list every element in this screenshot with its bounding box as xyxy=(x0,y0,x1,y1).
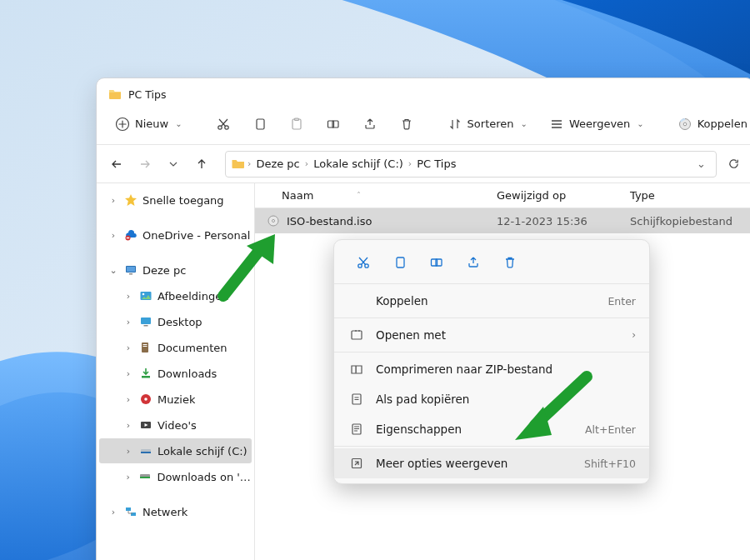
sidebar-item-label: Deze pc xyxy=(142,264,186,277)
file-name: ISO-bestand.iso xyxy=(287,215,372,228)
delete-button[interactable] xyxy=(496,250,524,275)
svg-point-25 xyxy=(144,398,148,401)
recent-button[interactable] xyxy=(162,152,185,176)
context-item-openwith[interactable]: Openen met › xyxy=(334,320,649,350)
sort-icon xyxy=(448,117,462,132)
rename-button[interactable] xyxy=(422,250,451,275)
breadcrumb[interactable]: PC Tips xyxy=(413,158,459,170)
context-item-compress[interactable]: Comprimeren naar ZIP-bestand xyxy=(334,354,649,384)
context-item-shortcut: Shift+F10 xyxy=(584,458,636,470)
openwith-icon xyxy=(349,328,364,342)
svg-rect-30 xyxy=(140,477,150,478)
svg-rect-14 xyxy=(127,267,135,272)
sidebar-item-documents[interactable]: › Documenten xyxy=(99,335,252,360)
documents-icon xyxy=(139,341,152,354)
refresh-button[interactable] xyxy=(722,152,745,176)
drive-icon xyxy=(139,444,152,458)
sidebar-item-desktop[interactable]: › Desktop xyxy=(99,309,252,334)
svg-point-34 xyxy=(272,220,275,222)
folder-icon xyxy=(231,157,246,172)
copy-button[interactable] xyxy=(386,250,414,275)
chevron-right-icon: › xyxy=(122,342,134,353)
column-type: Type xyxy=(630,189,655,202)
delete-button[interactable] xyxy=(392,112,421,136)
column-headers[interactable]: Naam˄ Gewijzigd op Type xyxy=(255,183,750,208)
svg-rect-40 xyxy=(352,331,362,339)
context-item-mount[interactable]: Koppelen Enter xyxy=(334,286,649,316)
sidebar-item-label: Netwerk xyxy=(142,506,188,518)
new-button[interactable]: Nieuw ⌄ xyxy=(108,112,189,136)
sidebar-item-videos[interactable]: › Video's xyxy=(99,412,252,438)
sidebar-item-netdrive[interactable]: › Downloads on 'Ma xyxy=(99,464,252,489)
back-button[interactable] xyxy=(105,152,128,176)
context-item-label: Koppelen xyxy=(376,294,596,308)
sidebar-item-quickaccess[interactable]: › Snelle toegang xyxy=(99,188,252,212)
svg-rect-37 xyxy=(397,258,404,268)
share-button[interactable] xyxy=(459,250,488,275)
context-item-copypath[interactable]: Als pad kopiëren xyxy=(334,384,649,414)
network-icon xyxy=(124,505,138,518)
sidebar-item-downloads[interactable]: › Downloads xyxy=(99,361,252,386)
sidebar-item-label: Lokale schijf (C:) xyxy=(158,445,248,458)
scissors-icon xyxy=(216,117,231,132)
chevron-right-icon: › xyxy=(108,195,119,206)
navbar: › Deze pc › Lokale schijf (C:) › PC Tips… xyxy=(97,145,750,183)
chevron-right-icon: › xyxy=(305,158,308,169)
column-modified: Gewijzigd op xyxy=(497,189,566,202)
address-bar[interactable]: › Deze pc › Lokale schijf (C:) › PC Tips… xyxy=(225,151,717,178)
chevron-right-icon: › xyxy=(632,329,636,341)
zip-icon xyxy=(349,362,364,377)
cut-button[interactable] xyxy=(349,250,378,275)
sidebar-item-cdrive[interactable]: › Lokale schijf (C:) xyxy=(99,438,252,463)
sidebar-item-network[interactable]: › Netwerk xyxy=(99,499,252,524)
chevron-right-icon: › xyxy=(122,394,134,405)
svg-rect-22 xyxy=(143,346,148,347)
context-item-more-options[interactable]: Meer opties weergeven Shift+F10 xyxy=(334,448,649,478)
sidebar-item-label: Documenten xyxy=(158,342,228,354)
music-icon xyxy=(139,392,152,406)
chevron-right-icon: › xyxy=(122,472,133,482)
videos-icon xyxy=(139,418,152,432)
breadcrumb[interactable]: Deze pc xyxy=(252,158,302,170)
desktop-icon xyxy=(139,315,152,328)
paste-button[interactable] xyxy=(282,112,311,136)
cut-button[interactable] xyxy=(209,112,238,136)
svg-point-17 xyxy=(142,293,145,296)
view-button[interactable]: Weergeven ⌄ xyxy=(542,112,651,136)
separator xyxy=(334,352,649,352)
copy-button[interactable] xyxy=(246,112,274,136)
up-button[interactable] xyxy=(190,152,213,176)
chevron-down-icon[interactable]: ⌄ xyxy=(692,158,711,170)
monitor-icon xyxy=(124,263,138,277)
svg-rect-19 xyxy=(144,325,148,327)
sort-label: Sorteren xyxy=(468,118,514,130)
sort-button[interactable]: Sorteren ⌄ xyxy=(441,112,534,136)
more-options-icon xyxy=(349,456,364,471)
forward-button[interactable] xyxy=(133,152,157,176)
sidebar-item-music[interactable]: › Muziek xyxy=(99,387,252,412)
svg-rect-21 xyxy=(143,344,148,345)
chevron-down-icon: ⌄ xyxy=(521,119,528,128)
paste-icon xyxy=(289,117,304,132)
separator xyxy=(334,283,649,284)
breadcrumb[interactable]: Lokale schijf (C:) xyxy=(310,158,407,170)
svg-rect-28 xyxy=(141,452,151,453)
chevron-right-icon: › xyxy=(108,230,119,241)
rename-button[interactable] xyxy=(319,112,348,136)
annotation-arrow xyxy=(500,365,600,448)
mount-label: Koppelen xyxy=(698,118,748,130)
svg-rect-20 xyxy=(142,342,148,352)
share-button[interactable] xyxy=(356,112,384,136)
svg-rect-15 xyxy=(129,273,132,275)
chevron-right-icon: › xyxy=(408,158,412,169)
context-item-properties[interactable]: Eigenschappen Alt+Enter xyxy=(334,414,649,444)
svg-rect-31 xyxy=(126,508,131,511)
mount-button[interactable]: Koppelen xyxy=(671,112,750,136)
file-row[interactable]: ISO-bestand.iso 12-1-2023 15:36 Schijfko… xyxy=(255,208,750,233)
chevron-right-icon: › xyxy=(122,368,134,379)
sidebar-item-label: Desktop xyxy=(158,316,202,328)
trash-icon xyxy=(399,117,414,132)
context-menu: Koppelen Enter Openen met › Comprimeren … xyxy=(333,239,650,484)
downloads-icon xyxy=(139,367,152,380)
separator xyxy=(334,446,649,447)
